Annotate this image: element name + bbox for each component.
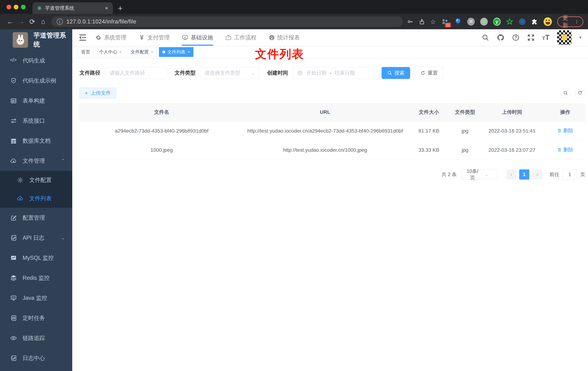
sidebar-item-file-config[interactable]: 文件配置 [0,171,72,189]
tag-file-config[interactable]: 文件配置 × [127,47,157,57]
goto-page-input[interactable] [563,169,577,180]
sidebar-item-system-api[interactable]: 系统接口 [0,111,72,131]
clock-book-icon [10,315,17,322]
cloud-upload-icon [17,195,24,202]
refresh-icon [420,70,425,75]
file-table: 文件名 URL 文件大小 文件类型 上传时间 操作 a294ecb2-73dd-… [79,103,585,160]
topnav-reports[interactable]: 统计报表 [268,29,300,46]
chevron-down-icon: ⌄ [480,172,493,177]
cell-time: 2022-03-16 23:51:41 [479,122,545,140]
forward-icon[interactable]: → [16,18,27,25]
browser-tab[interactable]: ❋ 芋道管理系统 × [32,2,113,14]
extension-eye-icon[interactable] [519,18,526,25]
reload-icon[interactable]: ⟳ [27,18,38,26]
close-icon[interactable]: × [119,50,122,54]
extension-dot-icon[interactable] [480,18,488,26]
file-path-input[interactable] [110,70,162,76]
search-form: 文件路径 文件类型 请选择文件类型 ⌄ 创建时间 开始日期 - 结束日期 [79,67,585,79]
yen-icon: ¥ [138,34,145,41]
page-size-select[interactable]: 10条/页 ⌄ [462,169,497,180]
sidebar-item-file-mgmt[interactable]: 文件管理 ⌃ [0,151,72,171]
file-type-select[interactable]: 请选择文件类型 ⌄ [200,67,260,79]
browser-toolbar: ← → ⟳ ⌂ i 127.0.0.1:1024/infra/file/file… [0,14,588,29]
extension-command-icon[interactable]: ⌘ [467,18,475,26]
sidebar-item-log-center[interactable]: 日志中心 [0,348,72,368]
sidebar-item-redis-monitor[interactable]: Redis 监控 [0,268,72,288]
topnav-payment[interactable]: ¥ 支付管理 [138,29,170,46]
delete-button[interactable]: 删除 [557,127,573,135]
tag-profile[interactable]: 个人中心 × [96,47,125,57]
sidebar-item-file-list[interactable]: 文件列表 [0,189,72,208]
tag-home[interactable]: 首页 [78,47,94,57]
extension-tabs-icon[interactable]: 11 [441,18,449,26]
sidebar-item-code-demo[interactable]: 代码生成示例 [0,71,72,91]
sidebar-item-config-mgmt[interactable]: 配置管理 [0,208,72,228]
browser-chrome: ❋ 芋道管理系统 × + ← → ⟳ ⌂ i 127.0.0.1:1024/in… [0,0,588,29]
delete-button[interactable]: 删除 [557,146,573,154]
sidebar-item-code-gen[interactable]: </> 代码生成 [0,51,72,71]
topnav-workflow[interactable]: 工作流程 [225,29,256,46]
date-range-picker[interactable]: 开始日期 - 结束日期 [292,67,374,79]
date-start-placeholder[interactable]: 开始日期 [306,70,326,76]
address-bar[interactable]: i 127.0.0.1:1024/infra/file/file [51,16,403,27]
date-end-placeholder[interactable]: 结束日期 [335,70,355,76]
sidebar-item-form-builder[interactable]: 表单构建 [0,91,72,111]
back-icon[interactable]: ← [5,18,16,25]
search-icon[interactable] [482,34,489,41]
avatar-caret-icon[interactable]: ▾ [579,35,581,40]
profile-emoji-icon[interactable] [544,17,552,26]
share-icon[interactable] [419,19,425,25]
grid-icon [10,137,17,145]
github-icon[interactable] [497,34,504,41]
extension-star-icon[interactable] [506,18,513,25]
sidebar-item-tracing[interactable]: 链路追踪 [0,328,72,348]
tab-close-icon[interactable]: × [105,5,108,11]
app-title: 芋道管理系统 [33,31,72,49]
next-page-button[interactable]: › [532,170,542,180]
close-icon[interactable]: × [188,50,190,54]
home-icon[interactable]: ⌂ [38,18,49,25]
extensions-puzzle-icon[interactable] [531,18,538,25]
fullscreen-icon[interactable] [527,34,535,41]
collapse-sidebar-icon[interactable] [79,34,87,41]
tag-file-list[interactable]: 文件列表 × [159,47,193,57]
top-navbar: 系统管理 ¥ 支付管理 基础设施 工作流程 统计报表 [72,29,588,46]
avatar[interactable] [557,30,572,45]
eye-icon [10,335,17,342]
topnav-infra[interactable]: 基础设施 [182,29,213,46]
page-number-button[interactable]: 1 [519,170,529,180]
extension-balloon-icon[interactable] [454,18,462,26]
window-controls[interactable] [7,5,26,9]
search-button[interactable]: 搜索 [382,67,410,79]
sidebar-item-db-doc[interactable]: 数据库文档 [0,131,72,151]
favicon: ❋ [37,5,42,11]
help-icon[interactable] [512,34,520,41]
upload-file-button[interactable]: + 上传文件 [79,88,116,98]
prev-page-button[interactable]: ‹ [506,170,516,180]
site-info-icon[interactable]: i [57,19,63,25]
browser-menu-icon[interactable]: ⁝ [576,18,578,25]
bookmark-star-icon[interactable]: ☆ [430,18,436,25]
sidebar-item-scheduled-tasks[interactable]: 定时任务 [0,308,72,328]
extension-badge: 11 [445,22,451,27]
maximize-window-button[interactable] [21,5,26,9]
close-icon[interactable]: × [151,50,153,54]
red-annotation-text: 文件列表 [255,46,304,62]
sidebar-item-api-log[interactable]: API 日志 ⌄ [0,228,72,248]
sidebar-logo[interactable]: 芋道管理系统 [0,29,72,51]
reset-button[interactable]: 重置 [415,67,443,79]
sidebar-item-java-monitor[interactable]: Java 监控 [0,288,72,308]
close-window-button[interactable] [7,5,11,9]
extension-y-icon[interactable]: y [493,18,501,26]
minimize-window-button[interactable] [14,5,18,9]
password-key-icon[interactable] [407,18,413,25]
update-browser-button[interactable]: 更新 ⁝ [557,16,583,27]
topnav-system[interactable]: 系统管理 [95,29,126,46]
trash-icon [557,128,562,133]
cell-time: 2022-03-16 23:07:27 [479,141,545,159]
new-tab-button[interactable]: + [118,4,123,14]
sidebar-item-mysql-monitor[interactable]: MySQL 监控 [0,248,72,268]
toggle-search-button[interactable] [561,88,571,98]
font-size-icon[interactable]: TT [542,33,549,42]
refresh-table-button[interactable] [575,88,585,98]
